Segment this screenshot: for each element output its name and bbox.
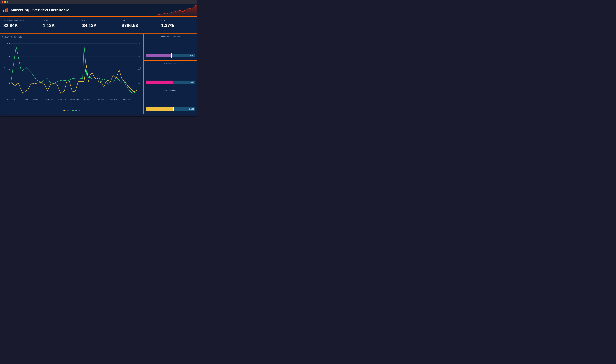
bullet-marker-impressions xyxy=(171,53,172,58)
svg-text:3%: 3% xyxy=(138,69,140,71)
svg-text:03 Nov 2019: 03 Nov 2019 xyxy=(58,99,66,100)
svg-rect-0 xyxy=(3,10,4,12)
svg-text:09 Nov 2019: 09 Nov 2019 xyxy=(83,99,92,100)
svg-text:$4K: $4K xyxy=(8,82,10,84)
kpi-card-clicks: Clicks 1.13K xyxy=(40,17,79,33)
legend-cost-color xyxy=(64,110,66,111)
logo-icon xyxy=(3,7,8,13)
minimize-button[interactable] xyxy=(4,1,6,3)
kpi-card-cpc: CPC $786.53 xyxy=(118,17,158,33)
bullet-fill-clicks xyxy=(146,80,173,84)
main-content: Cost vs CTR - This Month $13K $10K $7K xyxy=(0,34,197,114)
kpi-label-clicks: Clicks xyxy=(43,19,75,22)
svg-text:22 Oct 2019: 22 Oct 2019 xyxy=(7,99,15,100)
kpi-label-cpc: CPC xyxy=(122,19,154,22)
kpi-label-ctr: CTR xyxy=(161,19,194,22)
svg-text:5%: 5% xyxy=(138,56,140,57)
bullet-chart-cost: $43K xyxy=(146,106,195,112)
header-sparkline xyxy=(155,4,197,17)
main-chart-svg: $13K $10K $7K $4K 7% 5% 3% 1% Cost CTR xyxy=(2,39,141,108)
chart-title: Cost vs CTR - This Month xyxy=(2,36,141,38)
svg-text:1%: 1% xyxy=(138,82,140,84)
chart-area: $13K $10K $7K $4K 7% 5% 3% 1% Cost CTR xyxy=(2,39,141,108)
bullet-marker-cost xyxy=(173,107,174,111)
metric-card-impressions: Impressions - This Month 1248K xyxy=(144,34,197,61)
metric-title-cost: Cost - This Month xyxy=(146,89,195,91)
svg-text:31 Oct 2019: 31 Oct 2019 xyxy=(45,99,53,100)
svg-text:06 Nov 2019: 06 Nov 2019 xyxy=(70,99,79,100)
header: Marketing Overview Dashboard xyxy=(0,4,197,17)
svg-text:18 Nov 2019: 18 Nov 2019 xyxy=(121,99,130,100)
legend-adctr-label: AdCTR xyxy=(75,110,80,111)
metric-title-impressions: Impressions - This Month xyxy=(146,36,195,38)
kpi-bar: Yesterday - Impressions 82.84K Clicks 1.… xyxy=(0,17,197,34)
legend-cost-label: Cost xyxy=(66,110,69,111)
legend-adctr: AdCTR xyxy=(72,110,80,111)
metric-card-clicks: Clicks - This Month 12K xyxy=(144,61,197,88)
kpi-value-cpc: $786.53 xyxy=(122,23,154,28)
svg-rect-1 xyxy=(5,9,6,12)
svg-text:$7K: $7K xyxy=(8,69,10,71)
legend-cost: Cost xyxy=(64,110,69,111)
svg-text:12 Nov 2019: 12 Nov 2019 xyxy=(96,99,104,100)
bullet-fill-impressions xyxy=(146,54,171,57)
app-window: Marketing Overview Dashboard Yesterday -… xyxy=(0,0,197,117)
svg-text:7%: 7% xyxy=(138,43,140,44)
chart-legend: Cost AdCTR xyxy=(2,110,141,111)
bullet-chart-impressions: 1248K xyxy=(146,53,195,58)
bullet-chart-clicks: 12K xyxy=(146,79,195,85)
bullet-value-clicks: 12K xyxy=(190,81,194,83)
kpi-card-impressions: Yesterday - Impressions 82.84K xyxy=(0,17,40,33)
svg-text:$13K: $13K xyxy=(7,43,10,44)
legend-adctr-color xyxy=(72,110,74,111)
bullet-fill-cost xyxy=(146,107,173,111)
svg-text:15 Nov 2019: 15 Nov 2019 xyxy=(109,99,117,100)
svg-text:CTR: CTR xyxy=(140,67,141,70)
kpi-card-ctr: CTR 1.37% xyxy=(158,17,197,33)
bullet-value-impressions: 1248K xyxy=(188,54,194,56)
kpi-value-ctr: 1.37% xyxy=(161,23,194,28)
kpi-card-cost: Cost $4.13K xyxy=(79,17,118,33)
svg-marker-3 xyxy=(155,5,197,17)
svg-text:$10K: $10K xyxy=(7,56,10,57)
svg-text:Cost: Cost xyxy=(3,67,5,70)
bullet-value-cost: $43K xyxy=(189,108,194,110)
kpi-label-cost: Cost xyxy=(82,19,115,22)
chart-panel: Cost vs CTR - This Month $13K $10K $7K xyxy=(0,34,144,114)
metric-card-cost: Cost - This Month $43K xyxy=(144,87,197,114)
svg-text:25 Oct 2019: 25 Oct 2019 xyxy=(20,99,28,100)
close-button[interactable] xyxy=(2,1,3,3)
svg-rect-2 xyxy=(6,8,8,12)
maximize-button[interactable] xyxy=(7,1,8,3)
kpi-value-cost: $4.13K xyxy=(82,23,115,28)
metric-title-clicks: Clicks - This Month xyxy=(146,63,195,65)
right-panel: Impressions - This Month 1248K Clicks - … xyxy=(144,34,197,114)
bullet-marker-clicks xyxy=(173,80,173,84)
app-container: Marketing Overview Dashboard Yesterday -… xyxy=(0,4,197,117)
kpi-label-impressions: Yesterday - Impressions xyxy=(3,19,36,22)
title-bar xyxy=(0,0,197,4)
kpi-value-impressions: 82.84K xyxy=(3,23,36,28)
kpi-value-clicks: 1.13K xyxy=(43,23,75,28)
svg-text:28 Oct 2019: 28 Oct 2019 xyxy=(32,99,41,100)
